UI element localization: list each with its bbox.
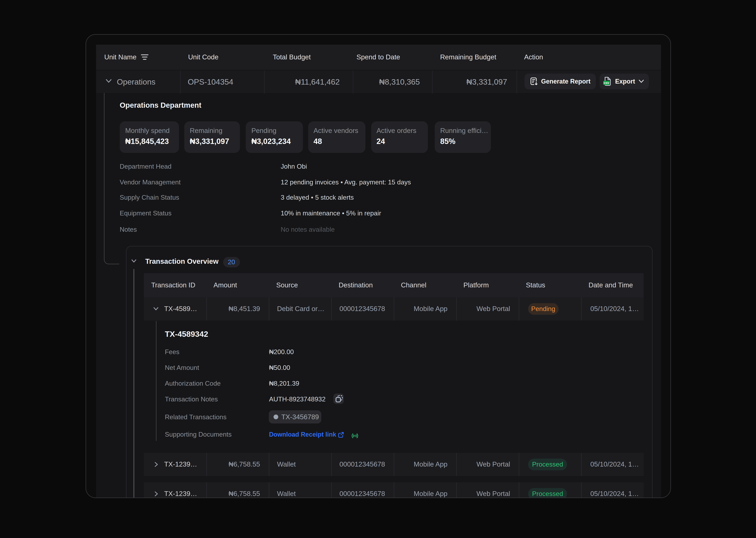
svg-text:csv: csv: [604, 81, 609, 85]
